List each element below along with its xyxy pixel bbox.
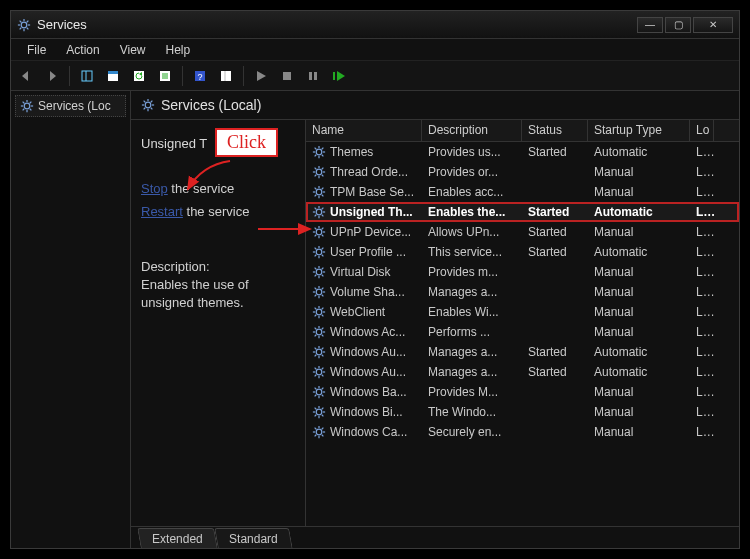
restart-link[interactable]: Restart (141, 204, 183, 219)
service-row[interactable]: Windows Au...Manages a...StartedAutomati… (306, 342, 739, 362)
service-row[interactable]: Virtual DiskProvides m...ManualLc (306, 262, 739, 282)
service-row[interactable]: Unsigned Th...Enables the...StartedAutom… (306, 202, 739, 222)
maximize-button[interactable]: ▢ (665, 17, 691, 33)
toolbar-separator (182, 66, 183, 86)
cell-status (522, 390, 588, 394)
app-gear-icon (17, 18, 31, 32)
show-hide-tree-button[interactable] (76, 65, 98, 87)
menu-view[interactable]: View (110, 41, 156, 59)
svg-rect-29 (333, 72, 335, 80)
export-list-button[interactable] (102, 65, 124, 87)
col-description[interactable]: Description (422, 120, 522, 141)
svg-rect-11 (82, 71, 92, 81)
cell-status (522, 190, 588, 194)
service-row[interactable]: Volume Sha...Manages a...ManualLc (306, 282, 739, 302)
service-gear-icon (312, 325, 326, 339)
cell-description: Manages a... (422, 283, 522, 301)
tree-root-label: Services (Loc (38, 99, 111, 113)
list-panel: Name Description Status Startup Type Lo … (306, 120, 739, 526)
service-row[interactable]: UPnP Device...Allows UPn...StartedManual… (306, 222, 739, 242)
service-row[interactable]: Windows Ba...Provides M...ManualLc (306, 382, 739, 402)
close-button[interactable]: ✕ (693, 17, 733, 33)
restart-service-button[interactable] (328, 65, 350, 87)
service-gear-icon (20, 99, 34, 113)
forward-button[interactable] (41, 65, 63, 87)
titlebar[interactable]: Services — ▢ ✕ (11, 11, 739, 39)
cell-log-on-as: Lc (690, 223, 714, 241)
stop-service-action: Stop the service (141, 181, 295, 196)
restart-service-action: Restart the service (141, 204, 295, 219)
service-row[interactable]: WebClientEnables Wi...ManualLc (306, 302, 739, 322)
cell-name: Volume Sha... (306, 283, 422, 301)
service-name-text: Windows Ca... (330, 425, 407, 439)
col-status[interactable]: Status (522, 120, 588, 141)
cell-log-on-as: Lc (690, 243, 714, 261)
service-gear-icon (312, 285, 326, 299)
cell-name: User Profile ... (306, 243, 422, 261)
cell-description: Provides us... (422, 143, 522, 161)
cell-log-on-as: Lc (690, 143, 714, 161)
cell-startup-type: Manual (588, 163, 690, 181)
selected-service-name: Unsigned T (141, 136, 295, 151)
tree-pane: Services (Loc (11, 91, 131, 548)
service-gear-icon (312, 305, 326, 319)
cell-log-on-as: Lc (690, 263, 714, 281)
cell-status (522, 170, 588, 174)
minimize-button[interactable]: — (637, 17, 663, 33)
cell-startup-type: Automatic (588, 343, 690, 361)
service-gear-icon (312, 165, 326, 179)
service-gear-icon (312, 405, 326, 419)
cell-name: Windows Ca... (306, 423, 422, 441)
service-gear-icon (312, 365, 326, 379)
back-button[interactable] (15, 65, 37, 87)
cell-startup-type: Manual (588, 183, 690, 201)
tab-standard[interactable]: Standard (214, 528, 292, 548)
service-row[interactable]: User Profile ...This service...StartedAu… (306, 242, 739, 262)
pause-service-button[interactable] (302, 65, 324, 87)
col-name[interactable]: Name (306, 120, 422, 141)
start-service-button[interactable] (250, 65, 272, 87)
service-row[interactable]: Thread Orde...Provides or...ManualLc (306, 162, 739, 182)
stop-link[interactable]: Stop (141, 181, 168, 196)
svg-rect-27 (309, 72, 312, 80)
cell-description: Performs ... (422, 323, 522, 341)
service-name-text: Volume Sha... (330, 285, 405, 299)
tree-root-services-local[interactable]: Services (Loc (15, 95, 126, 117)
service-row[interactable]: Windows Ca...Securely en...ManualLc (306, 422, 739, 442)
cell-name: Windows Ba... (306, 383, 422, 401)
col-startup-type[interactable]: Startup Type (588, 120, 690, 141)
service-row[interactable]: TPM Base Se...Enables acc...ManualLc (306, 182, 739, 202)
help-button[interactable]: ? (189, 65, 211, 87)
stop-service-button[interactable] (276, 65, 298, 87)
menu-file[interactable]: File (17, 41, 56, 59)
cell-log-on-as: Lc (690, 283, 714, 301)
service-name-text: User Profile ... (330, 245, 406, 259)
body: Services (Loc Services (Local) Unsigned … (11, 91, 739, 548)
menu-help[interactable]: Help (156, 41, 201, 59)
refresh-button[interactable] (128, 65, 150, 87)
cell-log-on-as: Lc (690, 203, 714, 221)
service-gear-icon (312, 245, 326, 259)
properties-button[interactable] (154, 65, 176, 87)
cell-status: Started (522, 223, 588, 241)
cell-startup-type: Manual (588, 423, 690, 441)
service-name-text: Unsigned Th... (330, 205, 413, 219)
help-topics-button[interactable] (215, 65, 237, 87)
service-row[interactable]: Windows Au...Manages a...StartedAutomati… (306, 362, 739, 382)
service-name-text: Windows Ac... (330, 325, 405, 339)
service-gear-icon (312, 385, 326, 399)
menu-action[interactable]: Action (56, 41, 109, 59)
cell-name: Windows Bi... (306, 403, 422, 421)
service-row[interactable]: ThemesProvides us...StartedAutomaticLc (306, 142, 739, 162)
services-window: Services — ▢ ✕ File Action View Help ? (10, 10, 740, 549)
cell-log-on-as: Lc (690, 363, 714, 381)
col-log-on-as[interactable]: Lo (690, 120, 714, 141)
svg-rect-28 (314, 72, 317, 80)
cell-startup-type: Manual (588, 223, 690, 241)
service-row[interactable]: Windows Ac...Performs ...ManualLc (306, 322, 739, 342)
cell-status (522, 270, 588, 274)
cell-status: Started (522, 363, 588, 381)
cell-log-on-as: Lc (690, 423, 714, 441)
service-row[interactable]: Windows Bi...The Windo...ManualLc (306, 402, 739, 422)
tab-extended[interactable]: Extended (137, 528, 217, 548)
